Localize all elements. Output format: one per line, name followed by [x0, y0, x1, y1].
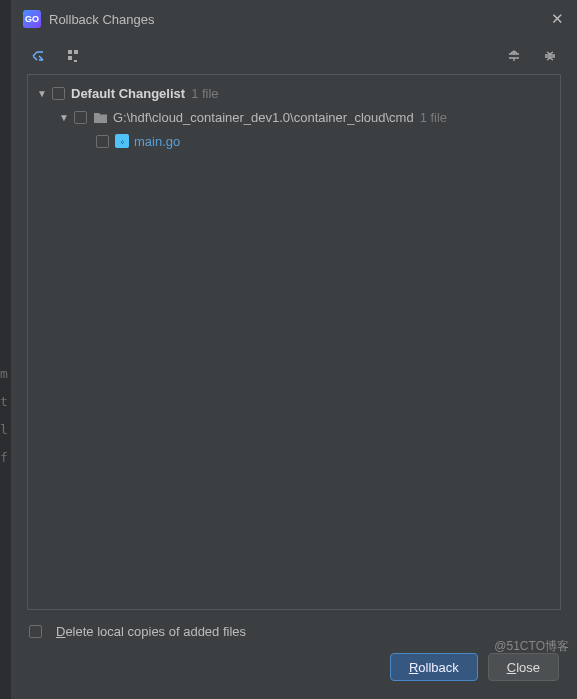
- svg-rect-2: [68, 56, 72, 60]
- close-button[interactable]: Close: [488, 653, 559, 681]
- diff-icon[interactable]: [29, 47, 47, 65]
- titlebar: GO Rollback Changes ✕: [11, 0, 577, 38]
- go-file-icon: ⬨: [115, 134, 129, 148]
- folder-count: 1 file: [420, 110, 447, 125]
- watermark: @51CTO博客: [494, 638, 569, 655]
- close-icon[interactable]: ✕: [549, 11, 565, 27]
- delete-copies-label: Delete local copies of added files: [56, 624, 246, 639]
- folder-node[interactable]: ▼ G:\hdf\cloud_container_dev1.0\containe…: [28, 105, 560, 129]
- svg-rect-1: [74, 50, 78, 54]
- folder-path: G:\hdf\cloud_container_dev1.0\container_…: [113, 110, 414, 125]
- goland-app-icon: GO: [23, 10, 41, 28]
- rollback-dialog: GO Rollback Changes ✕ ▼ Default Changeli…: [10, 0, 577, 699]
- svg-rect-3: [74, 60, 77, 62]
- file-name: main.go: [134, 134, 180, 149]
- rollback-button[interactable]: Rollback: [390, 653, 478, 681]
- collapse-all-icon[interactable]: [541, 47, 559, 65]
- toolbar: [11, 38, 577, 74]
- expand-arrow-icon[interactable]: ▼: [58, 112, 70, 123]
- delete-copies-checkbox[interactable]: [29, 625, 42, 638]
- changelist-node[interactable]: ▼ Default Changelist 1 file: [28, 81, 560, 105]
- delete-copies-option[interactable]: Delete local copies of added files: [11, 610, 577, 653]
- expand-arrow-icon[interactable]: ▼: [36, 88, 48, 99]
- folder-icon: [93, 111, 108, 124]
- expand-all-icon[interactable]: [505, 47, 523, 65]
- changelist-checkbox[interactable]: [52, 87, 65, 100]
- folder-checkbox[interactable]: [74, 111, 87, 124]
- changes-tree: ▼ Default Changelist 1 file ▼ G:\hdf\clo…: [27, 74, 561, 610]
- editor-gutter-bg: m t l f: [0, 360, 8, 472]
- svg-rect-0: [68, 50, 72, 54]
- group-by-icon[interactable]: [65, 47, 83, 65]
- changelist-label: Default Changelist: [71, 86, 185, 101]
- file-checkbox[interactable]: [96, 135, 109, 148]
- dialog-title: Rollback Changes: [49, 12, 541, 27]
- changelist-count: 1 file: [191, 86, 218, 101]
- dialog-buttons: Rollback Close: [11, 653, 577, 699]
- file-node[interactable]: ⬨ main.go: [28, 129, 560, 153]
